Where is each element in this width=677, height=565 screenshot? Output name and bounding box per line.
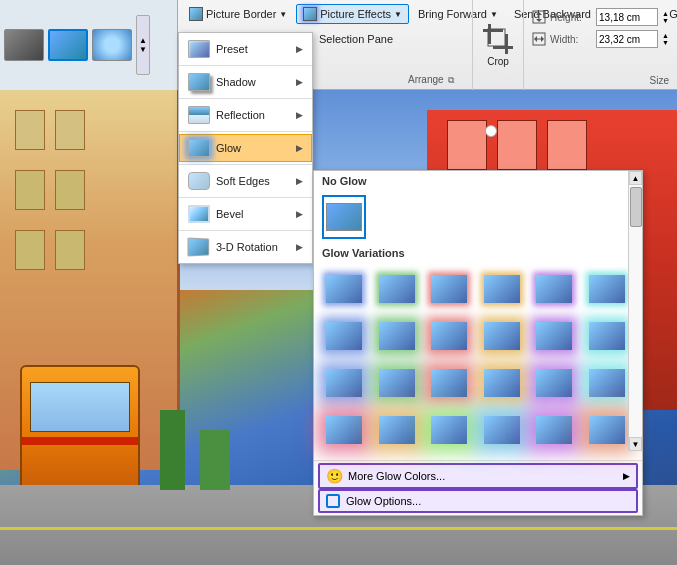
preset-arrow: ▶ — [296, 44, 303, 54]
thumbnail-dropdown[interactable]: ▲ ▼ — [136, 15, 150, 75]
glow-item-r3c5[interactable] — [532, 361, 576, 405]
glow-preview-r1c4 — [484, 275, 520, 303]
selection-pane-button[interactable]: Selection Pane — [312, 30, 400, 48]
tram — [20, 365, 140, 505]
height-input[interactable] — [596, 8, 658, 26]
glow-footer: 🙂 More Glow Colors... ▶ Glow Options... — [314, 460, 642, 515]
shadow-icon — [188, 73, 210, 91]
glow-item-r1c3[interactable] — [427, 267, 471, 311]
glow-item-r4c5[interactable] — [532, 408, 576, 452]
selection-pane-label: Selection Pane — [319, 33, 393, 45]
thumbnail-2[interactable] — [48, 29, 88, 61]
road-line — [0, 527, 677, 530]
glow-item-r2c6[interactable] — [585, 314, 629, 358]
thumbnail-1[interactable] — [4, 29, 44, 61]
glow-item-r4c6[interactable] — [585, 408, 629, 452]
glow-item-r4c2[interactable] — [375, 408, 419, 452]
scroll-down-arrow[interactable]: ▼ — [629, 437, 642, 451]
glow-preview-r3c5 — [536, 369, 572, 397]
menu-item-soft-edges[interactable]: Soft Edges ▶ — [179, 167, 312, 195]
tree — [160, 410, 185, 490]
reflection-label: Reflection — [216, 109, 290, 121]
shadow-label: Shadow — [216, 76, 290, 88]
bevel-label: Bevel — [216, 208, 290, 220]
glow-item-r1c6[interactable] — [585, 267, 629, 311]
width-spinner[interactable]: ▲▼ — [662, 32, 669, 46]
more-glow-colors-label: More Glow Colors... — [348, 470, 617, 482]
tram-stripe — [22, 437, 138, 445]
no-glow-box[interactable] — [322, 195, 366, 239]
glow-item-r4c1[interactable] — [322, 408, 366, 452]
picture-effects-icon — [303, 7, 317, 21]
picture-border-button[interactable]: Picture Border ▼ — [182, 4, 294, 24]
scroll-track — [629, 185, 642, 437]
glow-preview-r3c6 — [589, 369, 625, 397]
scroll-thumb[interactable] — [630, 187, 642, 227]
glow-preview-r3c4 — [484, 369, 520, 397]
glow-item-r1c1[interactable] — [322, 267, 366, 311]
glow-scrollbar[interactable]: ▲ ▼ — [628, 171, 642, 451]
menu-item-3d-rotation[interactable]: 3-D Rotation ▶ — [179, 233, 312, 261]
menu-item-reflection[interactable]: Reflection ▶ — [179, 101, 312, 129]
menu-item-shadow[interactable]: Shadow ▶ — [179, 68, 312, 96]
soft-edges-label: Soft Edges — [216, 175, 290, 187]
picture-border-icon — [189, 7, 203, 21]
glow-item-r3c4[interactable] — [480, 361, 524, 405]
glow-variations-grid — [314, 263, 642, 460]
size-section-label: Size — [532, 75, 669, 86]
crop-button[interactable]: Crop — [473, 0, 524, 90]
thumbnail-3[interactable] — [92, 29, 132, 61]
glow-preview-r1c1 — [326, 275, 362, 303]
arrange-expander-icon[interactable]: ⧉ — [448, 75, 454, 85]
menu-item-preset[interactable]: Preset ▶ — [179, 35, 312, 63]
glow-item-r3c2[interactable] — [375, 361, 419, 405]
glow-item-r2c2[interactable] — [375, 314, 419, 358]
more-glow-colors-arrow: ▶ — [623, 471, 630, 481]
height-icon — [532, 10, 546, 24]
no-glow-title: No Glow — [314, 171, 642, 191]
separator-6 — [179, 230, 312, 231]
thumbnail-bar: ▲ ▼ — [0, 0, 178, 90]
glow-preview-r4c3 — [431, 416, 467, 444]
glow-item-r2c5[interactable] — [532, 314, 576, 358]
glow-preview-r2c3 — [431, 322, 467, 350]
svg-marker-8 — [536, 19, 542, 22]
3d-rotation-arrow: ▶ — [296, 242, 303, 252]
glow-item-r4c3[interactable] — [427, 408, 471, 452]
menu-item-bevel[interactable]: Bevel ▶ — [179, 200, 312, 228]
picture-effects-button[interactable]: Picture Effects ▼ — [296, 4, 409, 24]
reflection-arrow: ▶ — [296, 110, 303, 120]
glow-options-item[interactable]: Glow Options... — [318, 489, 638, 513]
ribbon: ▲ ▼ Picture Border ▼ Picture Effects ▼ B… — [0, 0, 677, 90]
glow-item-r1c2[interactable] — [375, 267, 419, 311]
separator-3 — [179, 131, 312, 132]
glow-preview-r1c3 — [431, 275, 467, 303]
scroll-up-arrow[interactable]: ▲ — [629, 171, 642, 185]
glow-item-r2c3[interactable] — [427, 314, 471, 358]
more-glow-colors-item[interactable]: 🙂 More Glow Colors... ▶ — [318, 463, 638, 489]
width-input[interactable] — [596, 30, 658, 48]
height-field-row: Height: ▲▼ — [532, 8, 669, 26]
height-spinner[interactable]: ▲▼ — [662, 10, 669, 24]
glow-variations-title: Glow Variations — [314, 243, 642, 263]
shadow-arrow: ▶ — [296, 77, 303, 87]
glow-preview-r4c2 — [379, 416, 415, 444]
glow-item-r2c4[interactable] — [480, 314, 524, 358]
glow-item-r1c4[interactable] — [480, 267, 524, 311]
soft-edges-arrow: ▶ — [296, 176, 303, 186]
glow-item-r3c3[interactable] — [427, 361, 471, 405]
menu-item-glow[interactable]: Glow ▶ — [179, 134, 312, 162]
glow-preview-r2c2 — [379, 322, 415, 350]
size-section: Crop Height: ▲▼ Width: ▲▼ Size — [472, 0, 677, 90]
glow-item-r3c6[interactable] — [585, 361, 629, 405]
glow-preview-r3c3 — [431, 369, 467, 397]
glow-preview-r4c1 — [326, 416, 362, 444]
preset-label: Preset — [216, 43, 290, 55]
glow-item-r2c1[interactable] — [322, 314, 366, 358]
size-inputs: Height: ▲▼ Width: ▲▼ Size — [524, 0, 677, 90]
glow-item-r4c4[interactable] — [480, 408, 524, 452]
glow-item-r1c5[interactable] — [532, 267, 576, 311]
glow-item-r3c1[interactable] — [322, 361, 366, 405]
no-glow-mini — [326, 203, 362, 231]
glow-arrow: ▶ — [296, 143, 303, 153]
